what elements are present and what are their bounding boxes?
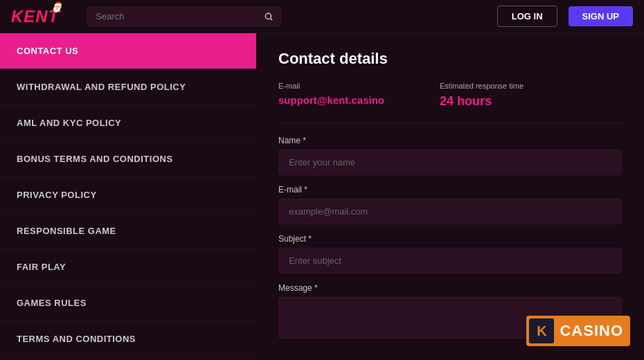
email-field-label: E-mail * bbox=[278, 185, 622, 195]
email-input[interactable] bbox=[278, 199, 622, 224]
main-layout: CONTACT US WITHDRAWAL AND REFUND POLICY … bbox=[0, 33, 644, 360]
logo: KENT 🎅 bbox=[11, 7, 59, 26]
subject-label: Subject * bbox=[278, 234, 622, 244]
search-icon bbox=[264, 12, 274, 21]
page-title: Contact details bbox=[278, 50, 622, 68]
sidebar-item-games-rules[interactable]: GAMES RULES bbox=[0, 285, 256, 321]
sidebar-item-withdrawal-refund[interactable]: WITHDRAWAL AND REFUND POLICY bbox=[0, 69, 256, 105]
contact-details-grid: E-mail support@kent.casino Estimated res… bbox=[278, 82, 622, 109]
sidebar-item-contact-us[interactable]: CONTACT US bbox=[0, 33, 256, 69]
subject-field-group: Subject * bbox=[278, 234, 622, 273]
name-input[interactable] bbox=[278, 150, 622, 175]
contact-response-group: Estimated response time 24 hours bbox=[440, 82, 524, 109]
login-button[interactable]: LOG IN bbox=[497, 6, 557, 27]
email-label: E-mail bbox=[278, 82, 384, 90]
svg-point-0 bbox=[265, 13, 271, 19]
contact-email-value: support@kent.casino bbox=[278, 94, 384, 106]
logo-hat-icon: 🎅 bbox=[51, 1, 63, 12]
header: KENT 🎅 LOG IN SIGN UP bbox=[0, 0, 644, 33]
email-field-group: E-mail * bbox=[278, 185, 622, 224]
content-area: Contact details E-mail support@kent.casi… bbox=[256, 33, 644, 360]
watermark-icon: K bbox=[529, 318, 554, 343]
sidebar-item-fair-play[interactable]: FAIR PLAY bbox=[0, 249, 256, 285]
sidebar-item-responsible-game[interactable]: RESPONSIBLE GAME bbox=[0, 213, 256, 249]
subject-input[interactable] bbox=[278, 248, 622, 273]
sidebar-item-privacy-policy[interactable]: PRIVACY POLICY bbox=[0, 177, 256, 213]
watermark-badge: K CASINO bbox=[526, 316, 630, 346]
sidebar-item-bonus-terms[interactable]: BONUS TERMS AND CONDITIONS bbox=[0, 141, 256, 177]
search-button[interactable] bbox=[257, 6, 281, 26]
search-container bbox=[87, 6, 280, 26]
search-input[interactable] bbox=[87, 6, 280, 26]
contact-email-group: E-mail support@kent.casino bbox=[278, 82, 384, 109]
signup-button[interactable]: SIGN UP bbox=[569, 6, 633, 26]
divider bbox=[278, 123, 622, 123]
contact-response-value: 24 hours bbox=[440, 94, 524, 109]
name-field-group: Name * bbox=[278, 136, 622, 175]
sidebar: CONTACT US WITHDRAWAL AND REFUND POLICY … bbox=[0, 33, 256, 360]
response-label: Estimated response time bbox=[440, 82, 524, 90]
svg-line-1 bbox=[270, 18, 272, 20]
message-label: Message * bbox=[278, 283, 622, 293]
sidebar-item-terms-conditions[interactable]: TERMS AND CONDITIONS bbox=[0, 321, 256, 357]
sidebar-item-aml-kyc[interactable]: AML AND KYC POLICY bbox=[0, 105, 256, 141]
watermark-text: CASINO bbox=[560, 322, 623, 340]
name-label: Name * bbox=[278, 136, 622, 145]
